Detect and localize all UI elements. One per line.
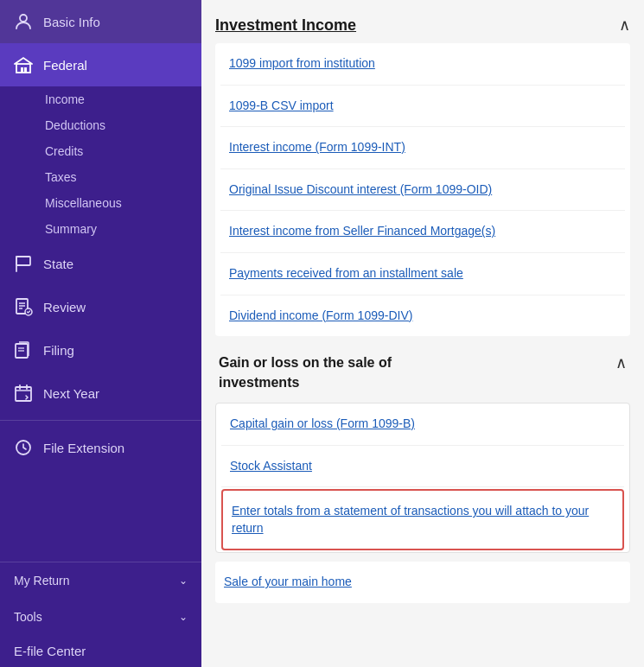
link-dividend-1099-div[interactable]: Dividend income (Form 1099-DIV): [220, 295, 625, 337]
link-installment-sale[interactable]: Payments received from an installment sa…: [220, 253, 625, 295]
sidebar-item-filing[interactable]: Filing: [0, 328, 201, 372]
sidebar-item-federal[interactable]: Federal: [0, 43, 201, 86]
gain-loss-header[interactable]: Gain or loss on the sale of investments …: [215, 346, 630, 399]
link-enter-totals[interactable]: Enter totals from a statement of transac…: [221, 489, 624, 550]
sidebar-label-filing: Filing: [43, 343, 74, 358]
link-import-1099[interactable]: 1099 import from institution: [220, 43, 625, 86]
svg-rect-14: [16, 387, 31, 401]
tools-chevron: ⌄: [179, 611, 188, 623]
sidebar-subitem-deductions[interactable]: Deductions: [0, 112, 201, 138]
sidebar-label-state: State: [43, 257, 73, 271]
sidebar-divider: [0, 420, 201, 421]
tools-label: Tools: [14, 610, 42, 624]
sidebar: Basic Info Federal Income Deductions Cre…: [0, 0, 201, 667]
svg-rect-3: [24, 67, 27, 73]
sidebar-label-federal: Federal: [43, 58, 87, 73]
review-icon: [14, 297, 33, 316]
gain-loss-title: Gain or loss on the sale of investments: [219, 353, 461, 392]
main-content: Investment Income ∧ 1099 import from ins…: [201, 0, 644, 667]
sidebar-subitem-summary[interactable]: Summary: [0, 216, 201, 242]
investment-income-section-header[interactable]: Investment Income ∧: [215, 9, 630, 38]
person-icon: [14, 12, 33, 31]
investment-income-links: 1099 import from institution 1099-B CSV …: [215, 43, 630, 336]
svg-rect-2: [21, 67, 23, 73]
investment-income-title: Investment Income: [215, 16, 356, 35]
sidebar-subitem-taxes[interactable]: Taxes: [0, 164, 201, 190]
investment-income-chevron: ∧: [619, 16, 630, 35]
clock-icon: [14, 438, 33, 457]
my-return-expandable[interactable]: My Return ⌄: [0, 562, 201, 599]
e-file-center-label: E-file Center: [14, 644, 86, 658]
sidebar-subitem-credits[interactable]: Credits: [0, 138, 201, 164]
svg-point-0: [20, 15, 27, 22]
sidebar-bottom: My Return ⌄ Tools ⌄ E-file Center: [0, 562, 201, 667]
sidebar-label-file-extension: File Extension: [43, 441, 124, 455]
sidebar-item-e-file-center[interactable]: E-file Center: [0, 635, 201, 667]
link-sale-of-home[interactable]: Sale of your main home: [215, 562, 630, 603]
sidebar-subitem-miscellaneous[interactable]: Miscellaneous: [0, 190, 201, 216]
gain-loss-links: Capital gain or loss (Form 1099-B) Stock…: [215, 403, 630, 553]
sidebar-subitem-income[interactable]: Income: [0, 86, 201, 112]
sidebar-label-review: Review: [43, 300, 86, 314]
link-seller-financed[interactable]: Interest income from Seller Financed Mor…: [220, 211, 625, 253]
sidebar-item-file-extension[interactable]: File Extension: [0, 426, 201, 469]
sidebar-item-basic-info[interactable]: Basic Info: [0, 0, 201, 43]
link-capital-gain-loss[interactable]: Capital gain or loss (Form 1099-B): [221, 403, 624, 446]
next-year-icon: [14, 384, 33, 403]
tools-expandable[interactable]: Tools ⌄: [0, 599, 201, 635]
gain-loss-chevron: ∧: [615, 353, 627, 372]
svg-rect-4: [16, 257, 30, 265]
my-return-chevron: ⌄: [179, 575, 188, 587]
sale-of-home-section: Sale of your main home: [215, 562, 630, 603]
sidebar-label-next-year: Next Year: [43, 386, 99, 401]
link-csv-import[interactable]: 1099-B CSV import: [220, 86, 625, 128]
federal-subitems: Income Deductions Credits Taxes Miscella…: [0, 86, 201, 242]
flag-icon: [14, 254, 33, 273]
sidebar-label-basic-info: Basic Info: [43, 15, 100, 29]
building-icon: [14, 55, 33, 74]
link-original-issue[interactable]: Original Issue Discount interest (Form 1…: [220, 169, 625, 212]
link-interest-1099-int[interactable]: Interest income (Form 1099-INT): [220, 127, 625, 169]
link-stock-assistant[interactable]: Stock Assistant: [221, 446, 624, 488]
sidebar-item-next-year[interactable]: Next Year: [0, 372, 201, 415]
filing-icon: [14, 340, 33, 359]
sidebar-item-state[interactable]: State: [0, 242, 201, 285]
gain-loss-subsection: Gain or loss on the sale of investments …: [215, 346, 630, 553]
my-return-label: My Return: [14, 574, 70, 588]
sidebar-item-review[interactable]: Review: [0, 285, 201, 328]
